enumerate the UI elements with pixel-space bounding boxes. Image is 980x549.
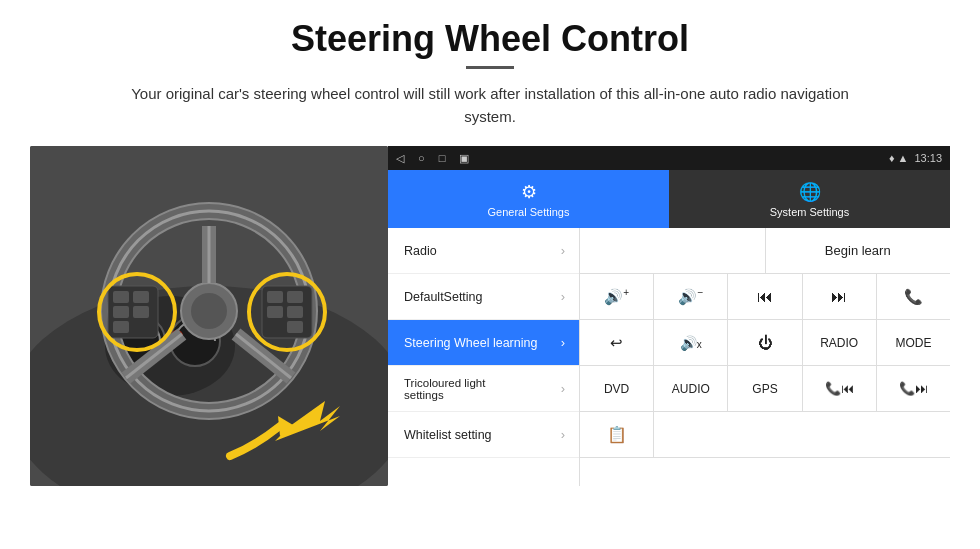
general-settings-label: General Settings [488, 206, 570, 218]
menu-item-whitelist[interactable]: Whitelist setting › [388, 412, 579, 458]
dvd-button[interactable]: DVD [580, 366, 654, 411]
prev-track-button[interactable]: ⏮ [728, 274, 802, 319]
back-nav-icon[interactable]: ◁ [396, 152, 404, 165]
general-settings-icon: ⚙ [521, 181, 537, 203]
call-icon: 📞 [904, 288, 923, 306]
arrow-icon: › [561, 289, 565, 304]
svg-rect-24 [267, 291, 283, 303]
ctrl-row-2: 🔊+ 🔊− ⏮ ⏭ 📞 [580, 274, 950, 320]
menu-item-radio[interactable]: Radio › [388, 228, 579, 274]
car-steering-image [30, 146, 388, 486]
begin-learn-button[interactable]: Begin learn [766, 228, 951, 273]
vol-up-icon: 🔊+ [604, 287, 629, 306]
arrow-icon: › [561, 335, 565, 350]
mute-button[interactable]: 🔊x [654, 320, 728, 365]
menu-item-tricoloured[interactable]: Tricoloured lightsettings › [388, 366, 579, 412]
list-icon: 📋 [607, 425, 627, 444]
tab-general[interactable]: ⚙ General Settings [388, 170, 669, 228]
ctrl-row-5: 📋 [580, 412, 950, 458]
signal-icon: ♦ ▲ [889, 152, 909, 164]
arrow-icon: › [561, 243, 565, 258]
menu-list: Radio › DefaultSetting › Steering Wheel … [388, 228, 580, 486]
svg-rect-20 [133, 291, 149, 303]
gps-button[interactable]: GPS [728, 366, 802, 411]
radio-label: RADIO [820, 336, 858, 350]
system-settings-icon: 🌐 [799, 181, 821, 203]
call-button[interactable]: 📞 [877, 274, 950, 319]
home-nav-icon[interactable]: ○ [418, 152, 425, 164]
car-image [30, 146, 388, 486]
ctrl-row-4: DVD AUDIO GPS 📞⏮ 📞⏭ [580, 366, 950, 412]
next-track-button[interactable]: ⏭ [803, 274, 877, 319]
svg-rect-28 [287, 321, 303, 333]
dvd-label: DVD [604, 382, 629, 396]
menu-item-steering-wheel[interactable]: Steering Wheel learning › [388, 320, 579, 366]
settings-tabs: ⚙ General Settings 🌐 System Settings [388, 170, 950, 228]
audio-button[interactable]: AUDIO [654, 366, 728, 411]
android-ui: ◁ ○ □ ▣ ♦ ▲ 13:13 ⚙ General Settings 🌐 [388, 146, 950, 486]
recents-nav-icon[interactable]: □ [439, 152, 446, 164]
svg-point-10 [191, 293, 227, 329]
svg-rect-25 [267, 306, 283, 318]
svg-rect-27 [287, 306, 303, 318]
vol-down-icon: 🔊− [678, 287, 703, 306]
mode-button[interactable]: MODE [877, 320, 950, 365]
mode-label: MODE [895, 336, 931, 350]
gps-label: GPS [752, 382, 777, 396]
power-icon: ⏻ [758, 334, 773, 351]
status-right: ♦ ▲ 13:13 [889, 152, 942, 164]
vol-down-button[interactable]: 🔊− [654, 274, 728, 319]
power-button[interactable]: ⏻ [728, 320, 802, 365]
page-title: Steering Wheel Control [291, 18, 689, 60]
ctrl-row-3: ↩ 🔊x ⏻ RADIO MODE [580, 320, 950, 366]
ctrl-empty-cell [580, 228, 766, 273]
system-settings-label: System Settings [770, 206, 849, 218]
radio-button[interactable]: RADIO [803, 320, 877, 365]
page-description: Your original car's steering wheel contr… [110, 83, 870, 128]
main-content: ◁ ○ □ ▣ ♦ ▲ 13:13 ⚙ General Settings 🌐 [30, 146, 950, 486]
tel-prev-button[interactable]: 📞⏮ [803, 366, 877, 411]
controls-panel: Begin learn 🔊+ 🔊− ⏮ [580, 228, 950, 486]
svg-rect-21 [133, 306, 149, 318]
back-icon: ↩ [610, 334, 623, 352]
svg-rect-22 [113, 321, 129, 333]
menu-item-default-setting[interactable]: DefaultSetting › [388, 274, 579, 320]
menu-controls-area: Radio › DefaultSetting › Steering Wheel … [388, 228, 950, 486]
svg-rect-26 [287, 291, 303, 303]
prev-track-icon: ⏮ [757, 288, 773, 306]
vol-up-button[interactable]: 🔊+ [580, 274, 654, 319]
arrow-icon: › [561, 381, 565, 396]
nav-icons: ◁ ○ □ ▣ [396, 152, 469, 165]
menu-nav-icon[interactable]: ▣ [459, 152, 469, 165]
audio-label: AUDIO [672, 382, 710, 396]
next-track-icon: ⏭ [831, 288, 847, 306]
ctrl-row-begin-learn: Begin learn [580, 228, 950, 274]
tel-prev-icon: 📞⏮ [825, 381, 854, 396]
svg-rect-18 [113, 291, 129, 303]
mute-icon: 🔊x [680, 335, 702, 351]
tab-system[interactable]: 🌐 System Settings [669, 170, 950, 228]
tel-next-icon: 📞⏭ [899, 381, 928, 396]
title-divider [466, 66, 514, 69]
status-bar: ◁ ○ □ ▣ ♦ ▲ 13:13 [388, 146, 950, 170]
list-button[interactable]: 📋 [580, 412, 654, 457]
arrow-icon: › [561, 427, 565, 442]
tel-next-button[interactable]: 📞⏭ [877, 366, 950, 411]
clock: 13:13 [914, 152, 942, 164]
svg-rect-19 [113, 306, 129, 318]
back-button[interactable]: ↩ [580, 320, 654, 365]
